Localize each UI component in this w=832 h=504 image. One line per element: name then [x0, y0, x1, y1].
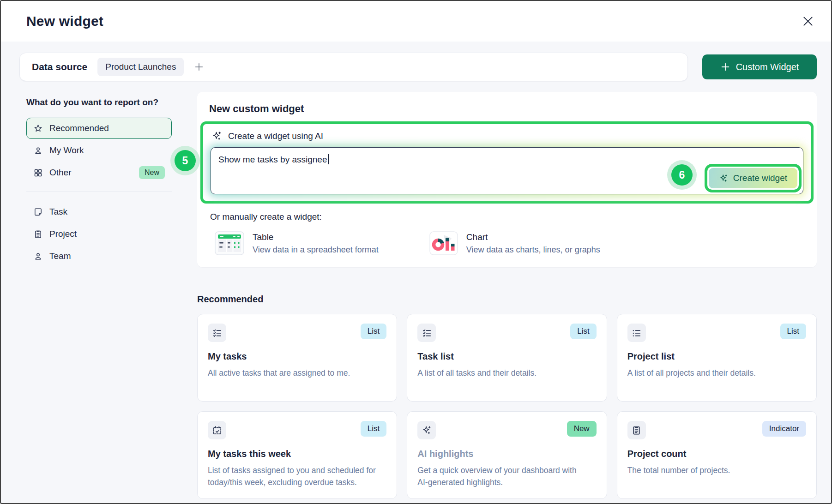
data-source-label: Data source — [32, 61, 87, 72]
sidebar-item-label: Task — [49, 207, 67, 217]
card-type-badge: List — [361, 324, 386, 339]
card-title: Project list — [627, 351, 806, 362]
card-title: My tasks this week — [208, 449, 386, 459]
grid-icon — [33, 168, 43, 178]
data-source-chip[interactable]: Product Launches — [97, 58, 184, 76]
sparkle-icon — [417, 421, 436, 439]
option-description: View data as charts, lines, or graphs — [466, 245, 600, 255]
ai-widget-label: Create a widget using AI — [228, 131, 323, 141]
option-title: Table — [253, 232, 379, 242]
card-description: List of tasks assigned to you and schedu… — [208, 464, 379, 489]
ai-prompt-input-wrap: Show me tasks by assignee Create widget — [211, 147, 803, 194]
sidebar-item-label: Other — [49, 168, 72, 178]
sidebar-item-task[interactable]: Task — [26, 201, 172, 222]
sidebar-item-label: My Work — [49, 145, 84, 156]
sidebar-item-my-work[interactable]: My Work — [26, 140, 172, 161]
card-my-tasks-this-week[interactable]: List My tasks this week List of tasks as… — [197, 411, 397, 499]
sidebar-item-label: Team — [49, 251, 71, 261]
toolbar: Data source Product Launches Custom Widg… — [19, 53, 817, 81]
sidebar-heading: What do you want to report on? — [26, 97, 172, 108]
manual-option-text: Chart View data as charts, lines, or gra… — [466, 232, 600, 255]
new-custom-widget-panel: New custom widget Create a widget using … — [197, 92, 817, 267]
recommended-card-grid: List My tasks All active tasks that are … — [197, 314, 817, 499]
dialog-header: New widget — [1, 1, 831, 42]
card-title: Project count — [627, 449, 806, 459]
card-description: A list of all projects and their details… — [627, 367, 798, 379]
ai-sparkle-icon — [719, 174, 729, 183]
report-on-sidebar: What do you want to report on? Recommend… — [26, 92, 172, 268]
manual-create-heading: Or manually create a widget: — [210, 212, 805, 222]
recommended-heading: Recommended — [197, 294, 817, 305]
ai-sparkle-icon — [211, 131, 223, 142]
annotation-step-6: 6 — [671, 164, 693, 186]
add-data-source-icon[interactable] — [194, 62, 204, 72]
card-title: My tasks — [208, 351, 386, 362]
card-type-badge: Indicator — [762, 421, 806, 437]
manual-option-chart[interactable]: Chart View data as charts, lines, or gra… — [429, 231, 600, 255]
new-widget-dialog: New widget Data source Product Launches … — [0, 0, 832, 504]
ai-prompt-text: Show me tasks by assignee — [218, 155, 327, 164]
sidebar-divider — [26, 192, 172, 192]
bullet-list-icon — [627, 324, 646, 342]
card-description: Get a quick overview of your dashboard w… — [417, 464, 588, 489]
data-source-bar: Data source Product Launches — [19, 53, 688, 81]
card-description: All active tasks that are assigned to me… — [208, 367, 379, 379]
manual-option-table[interactable]: Table View data in a spreadsheet format — [215, 231, 379, 255]
sidebar-item-project[interactable]: Project — [26, 223, 172, 245]
sidebar-item-label: Recommended — [49, 123, 109, 133]
option-title: Chart — [466, 232, 600, 242]
dialog-content: What do you want to report on? Recommend… — [26, 92, 817, 499]
card-type-badge: New — [567, 421, 597, 437]
main-column: New custom widget Create a widget using … — [197, 92, 817, 499]
calendar-check-icon — [208, 421, 226, 439]
card-project-list[interactable]: List Project list A list of all projects… — [617, 314, 817, 402]
table-widget-icon — [215, 231, 244, 255]
card-title: Task list — [417, 351, 596, 362]
clipboard-icon — [627, 421, 646, 439]
card-type-badge: List — [570, 324, 596, 339]
person-icon — [33, 146, 43, 156]
chart-widget-icon — [429, 231, 458, 255]
card-project-count[interactable]: Indicator Project count The total number… — [617, 411, 817, 499]
person-icon — [33, 252, 43, 261]
card-description: A list of all tasks and their details. — [417, 367, 588, 379]
card-type-badge: List — [780, 324, 806, 339]
card-type-badge: List — [361, 421, 386, 437]
annotation-step-5: 5 — [175, 150, 196, 171]
manual-option-text: Table View data in a spreadsheet format — [253, 232, 379, 255]
create-widget-button[interactable]: Create widget — [709, 168, 797, 188]
text-cursor — [328, 154, 329, 164]
create-widget-annotation-box: Create widget — [705, 164, 802, 192]
sidebar-item-label: Project — [49, 229, 77, 239]
card-my-tasks[interactable]: List My tasks All active tasks that are … — [197, 314, 397, 402]
plus-icon — [720, 62, 730, 72]
sidebar-item-recommended[interactable]: Recommended — [26, 118, 172, 139]
option-description: View data in a spreadsheet format — [253, 245, 379, 255]
task-page-icon — [33, 207, 43, 217]
clipboard-icon — [33, 229, 43, 239]
sidebar-item-team[interactable]: Team — [26, 246, 172, 267]
ai-widget-label-row: Create a widget using AI — [211, 129, 803, 147]
sidebar-item-other[interactable]: Other New — [26, 162, 172, 183]
new-badge: New — [139, 166, 165, 179]
checklist-icon — [417, 324, 436, 342]
ai-widget-annotation-box: Create a widget using AI Show me tasks b… — [200, 121, 814, 204]
custom-widget-button[interactable]: Custom Widget — [702, 54, 817, 79]
manual-options-row: Table View data in a spreadsheet format … — [209, 231, 805, 255]
card-title: AI highlights — [417, 449, 596, 459]
card-description: The total number of projects. — [627, 464, 798, 476]
star-icon — [33, 124, 43, 133]
checklist-icon — [208, 324, 226, 342]
card-ai-highlights[interactable]: New AI highlights Get a quick overview o… — [407, 411, 607, 499]
panel-title: New custom widget — [209, 103, 805, 115]
page-title: New widget — [26, 13, 103, 29]
close-icon[interactable] — [799, 12, 817, 30]
card-task-list[interactable]: List Task list A list of all tasks and t… — [407, 314, 607, 402]
